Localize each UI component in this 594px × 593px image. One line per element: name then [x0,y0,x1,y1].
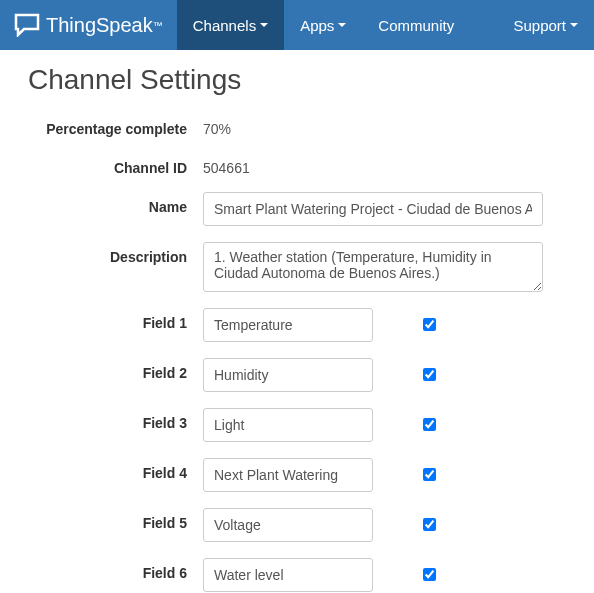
label-field2: Field 2 [28,358,203,381]
row-name: Name [28,192,566,226]
nav-community-label: Community [378,17,454,34]
value-channel-id: 504661 [203,153,250,176]
row-field3: Field 3 [28,408,566,442]
field2-checkbox[interactable] [423,368,436,381]
label-field6: Field 6 [28,558,203,581]
label-name: Name [28,192,203,215]
nav-apps[interactable]: Apps [284,0,362,50]
label-field5: Field 5 [28,508,203,531]
label-percentage: Percentage complete [28,114,203,137]
brand-tm: ™ [153,20,163,31]
name-input[interactable] [203,192,543,226]
row-channel-id: Channel ID 504661 [28,153,566,176]
brand-logo[interactable]: ThingSpeak™ [0,13,177,37]
label-field1: Field 1 [28,308,203,331]
nav-apps-label: Apps [300,17,334,34]
navbar: ThingSpeak™ Channels Apps Community Supp… [0,0,594,50]
caret-down-icon [338,23,346,27]
row-description: Description 1. Weather station (Temperat… [28,242,566,292]
nav-support[interactable]: Support [497,0,594,50]
row-field5: Field 5 [28,508,566,542]
row-field6: Field 6 [28,558,566,592]
row-field2: Field 2 [28,358,566,392]
description-textarea[interactable]: 1. Weather station (Temperature, Humidit… [203,242,543,292]
nav-support-label: Support [513,17,566,34]
row-field4: Field 4 [28,458,566,492]
speech-bubble-icon [14,13,40,37]
field1-input[interactable] [203,308,373,342]
value-percentage: 70% [203,114,231,137]
label-channel-id: Channel ID [28,153,203,176]
caret-down-icon [260,23,268,27]
field3-input[interactable] [203,408,373,442]
nav-channels[interactable]: Channels [177,0,284,50]
brand-name: ThingSpeak [46,14,153,37]
caret-down-icon [570,23,578,27]
field5-input[interactable] [203,508,373,542]
nav-community[interactable]: Community [362,0,470,50]
field1-checkbox[interactable] [423,318,436,331]
content: Channel Settings Percentage complete 70%… [0,50,594,593]
field6-input[interactable] [203,558,373,592]
page-title: Channel Settings [28,64,566,96]
nav-channels-label: Channels [193,17,256,34]
label-description: Description [28,242,203,265]
field4-input[interactable] [203,458,373,492]
label-field4: Field 4 [28,458,203,481]
field4-checkbox[interactable] [423,468,436,481]
field3-checkbox[interactable] [423,418,436,431]
field5-checkbox[interactable] [423,518,436,531]
field2-input[interactable] [203,358,373,392]
field6-checkbox[interactable] [423,568,436,581]
label-field3: Field 3 [28,408,203,431]
row-percentage: Percentage complete 70% [28,114,566,137]
row-field1: Field 1 [28,308,566,342]
